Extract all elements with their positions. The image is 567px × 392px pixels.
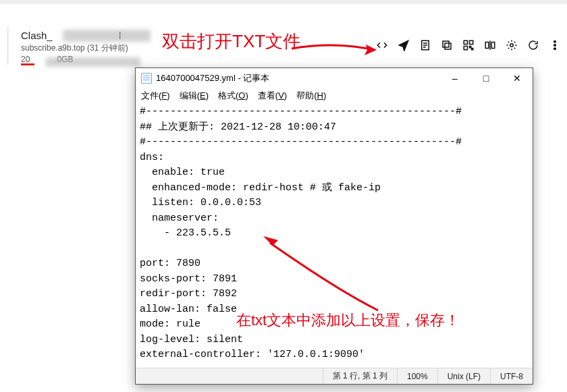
toolbar	[375, 38, 562, 53]
usage-bar	[21, 63, 34, 65]
statusbar: 第 1 行, 第 1 列 100% Unix (LF) UTF-8	[136, 368, 533, 384]
svg-rect-4	[470, 40, 473, 44]
status-zoom: 100%	[397, 368, 437, 384]
svg-point-12	[554, 45, 556, 47]
menu-help[interactable]: 帮助(H)	[296, 90, 326, 102]
code-icon[interactable]	[375, 38, 389, 53]
svg-rect-7	[472, 49, 473, 50]
svg-rect-1	[445, 43, 451, 49]
blur-region	[63, 30, 151, 42]
refresh-icon[interactable]	[526, 38, 541, 53]
svg-point-13	[554, 48, 556, 50]
menubar: 文件(F) 编辑(E) 格式(O) 查看(V) 帮助(H)	[136, 88, 533, 103]
profile-subtitle: subscribe.a9b.top (31 分钟前)	[21, 43, 150, 54]
more-icon[interactable]	[547, 38, 562, 53]
menu-edit[interactable]: 编辑(E)	[180, 90, 209, 102]
status-pos: 第 1 行, 第 1 列	[323, 368, 397, 384]
window-title: 1640700047529.yml - 记事本	[156, 72, 269, 84]
blur-region	[46, 57, 140, 67]
mirror-icon[interactable]	[483, 38, 497, 53]
annotation-open-txt: 双击打开TXT文件	[162, 30, 300, 53]
svg-rect-6	[470, 47, 471, 48]
profile-card[interactable]: Clash_ l subscribe.a9b.top (31 分钟前) 20 .…	[7, 27, 155, 65]
send-icon[interactable]	[396, 38, 411, 53]
svg-point-10	[510, 44, 514, 47]
menu-view[interactable]: 查看(V)	[258, 90, 287, 102]
svg-rect-8	[485, 43, 489, 49]
gear-icon[interactable]	[504, 38, 519, 53]
menu-file[interactable]: 文件(F)	[141, 90, 170, 102]
menu-format[interactable]: 格式(O)	[218, 90, 248, 102]
notepad-window: 1640700047529.yml - 记事本 – □ ✕ 文件(F) 编辑(E…	[135, 67, 533, 385]
qr-icon[interactable]	[461, 38, 476, 53]
titlebar[interactable]: 1640700047529.yml - 记事本 – □ ✕	[136, 68, 533, 88]
copy-icon[interactable]	[439, 38, 454, 53]
svg-point-11	[554, 40, 556, 43]
minimize-button[interactable]: –	[439, 68, 470, 88]
top-bar	[0, 0, 567, 4]
status-eol: Unix (LF)	[437, 368, 490, 384]
profile-title: Clash_	[21, 30, 53, 41]
arrow-icon	[290, 40, 378, 61]
svg-rect-5	[464, 47, 467, 50]
svg-rect-2	[443, 41, 449, 47]
document-icon	[141, 73, 152, 84]
maximize-button[interactable]: □	[470, 68, 502, 88]
svg-rect-9	[491, 43, 495, 49]
file-icon[interactable]	[418, 38, 433, 53]
close-button[interactable]: ✕	[502, 68, 533, 88]
profile-usage-left: 20	[21, 55, 30, 64]
svg-rect-3	[464, 40, 467, 44]
status-enc: UTF-8	[490, 368, 533, 384]
annotation-add-settings: 在txt文本中添加以上设置，保存！	[236, 310, 460, 331]
